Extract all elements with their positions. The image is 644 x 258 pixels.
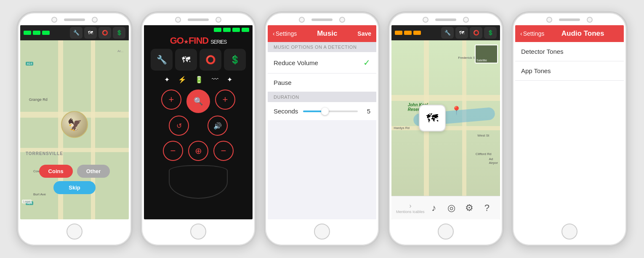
- other-button[interactable]: Other: [77, 165, 110, 178]
- gofind-dot-1: [214, 28, 221, 32]
- gofind-icons: 🔧 🗺 ⭕ 💲: [147, 47, 249, 72]
- phone4-coin-icon: 💲: [484, 27, 497, 39]
- target-icon: ⭕: [98, 27, 111, 39]
- home-button-1[interactable]: [67, 224, 82, 240]
- gofind-status: ✦ ⚡ 🔋 〰 ✦: [161, 72, 236, 87]
- phone-3-bottom: [265, 219, 379, 245]
- phone4-tool-icon: 🔧: [441, 27, 454, 39]
- target-bottom-icon[interactable]: ◎: [443, 200, 460, 216]
- orange-dot-1: [395, 31, 402, 35]
- camera-icon-5: [546, 17, 552, 23]
- phone-1-screen: 🔧 🗺 ⭕ 💲 Grange Rd Cowra St Burt Ave TOR: [20, 25, 129, 219]
- home-button-2[interactable]: [190, 224, 206, 240]
- coin-display: 🦅: [61, 111, 88, 138]
- coins-other-row: Coins Other: [39, 165, 110, 178]
- home-button-4[interactable]: [438, 224, 454, 240]
- sensor-icon-3: [339, 17, 345, 23]
- audio-tones-screen: ‹ Settings Audio Tones Detector Tones Ap…: [515, 25, 624, 219]
- coin-icon: 💲: [113, 27, 125, 39]
- sensor-icon-4: [463, 17, 469, 23]
- detector-minus-btn[interactable]: −: [163, 141, 183, 161]
- wave-icon: 〰: [212, 76, 218, 84]
- phone-5-screen: ‹ Settings Audio Tones Detector Tones Ap…: [515, 25, 624, 219]
- legal-label: Legal: [22, 200, 32, 203]
- help-icon[interactable]: ?: [479, 200, 495, 216]
- detection-icon: 🗺: [426, 111, 438, 125]
- map-pin: 📍: [451, 105, 462, 116]
- phone-4: 🔧 🗺 ⭕ 💲 John KeelReserve Frederick St: [388, 11, 504, 247]
- phone-3-top: [265, 13, 379, 25]
- skip-button[interactable]: Skip: [53, 181, 95, 194]
- gofind-dot-4: [242, 28, 249, 32]
- speaker-4: [435, 18, 456, 21]
- phone4-map-icon: 🗺: [455, 27, 468, 39]
- app-tones-row[interactable]: App Tones: [515, 61, 624, 81]
- sensor-icon-2: [216, 17, 221, 23]
- detection-card: 🗺: [419, 105, 446, 132]
- detector-plus-btn-2[interactable]: +: [215, 90, 235, 110]
- audio-back-label: Settings: [523, 30, 545, 37]
- phone-2-screen: GO★FIND SERIES 🔧 🗺 ⭕ 💲 ✦ ⚡ 🔋 〰 ✦: [144, 25, 253, 219]
- detector-search-btn[interactable]: 🔍: [186, 90, 210, 113]
- clifford-rd-label: Clifford Rd: [476, 152, 492, 156]
- music-icon[interactable]: ♪: [426, 200, 442, 216]
- detector-volume-btn[interactable]: 🔊: [208, 116, 228, 136]
- speaker: [64, 18, 85, 21]
- phone-2-top: [141, 13, 255, 25]
- map-badge-a14: A14: [26, 62, 33, 66]
- duration-slider[interactable]: [303, 111, 358, 112]
- map-label-ar: Ar...: [117, 49, 123, 53]
- slider-thumb[interactable]: [321, 108, 329, 115]
- pause-label: Pause: [274, 79, 370, 86]
- reduce-volume-row[interactable]: Reduce Volume ✓: [268, 52, 376, 74]
- audio-tones-title: Audio Tones: [547, 29, 619, 38]
- gofind-dot-2: [223, 28, 231, 32]
- detector-spacer: [194, 116, 202, 136]
- seconds-label: Seconds: [274, 108, 299, 115]
- home-button-3[interactable]: [314, 224, 330, 240]
- frederick-st-label: Frederick St: [458, 56, 476, 60]
- checkmark-icon: ✓: [363, 58, 370, 68]
- pause-row[interactable]: Pause: [268, 74, 376, 92]
- slider-value: 5: [362, 108, 370, 115]
- map-label-grange: Grange Rd: [29, 97, 48, 102]
- detector-plus-btn[interactable]: +: [161, 90, 181, 110]
- phone-4-screen: 🔧 🗺 ⭕ 💲 John KeelReserve Frederick St: [391, 25, 500, 219]
- status-dot-2: [33, 31, 40, 35]
- phone-4-topbar: 🔧 🗺 ⭕ 💲: [391, 25, 500, 40]
- back-button[interactable]: ‹ Settings: [273, 30, 297, 37]
- phone-2: GO★FIND SERIES 🔧 🗺 ⭕ 💲 ✦ ⚡ 🔋 〰 ✦: [140, 11, 256, 247]
- camera-icon-4: [423, 17, 428, 23]
- phone4-target-icon: ⭕: [470, 27, 482, 39]
- nav-title: Music: [299, 29, 355, 38]
- orange-dot-3: [413, 31, 421, 35]
- coin-image: 🦅: [67, 118, 82, 132]
- phone-4-bottom: [389, 219, 503, 245]
- audio-tones-nav-bar: ‹ Settings Audio Tones: [515, 25, 624, 42]
- detector-body: + 🔍 + ↺ 🔊 − ⊕ −: [160, 87, 236, 219]
- save-button[interactable]: Save: [357, 30, 371, 37]
- hardys-rd-label: Hardys Rd: [394, 126, 410, 130]
- coins-button[interactable]: Coins: [39, 165, 73, 178]
- duration-header: Duration: [268, 92, 376, 102]
- settings-icon[interactable]: ⚙: [461, 200, 478, 216]
- phone4-topbar-icons: 🔧 🗺 ⭕ 💲: [441, 27, 497, 39]
- detector-minus-btn-2[interactable]: −: [213, 141, 234, 161]
- home-button-5[interactable]: [562, 224, 577, 240]
- airport-label: AdAirpor: [489, 157, 498, 165]
- speaker-3: [311, 18, 333, 21]
- detector-top-buttons: + 🔍 +: [161, 90, 235, 113]
- map-area: Grange Rd Cowra St Burt Ave TORRENSVILLE…: [20, 40, 129, 219]
- detector-rotate-btn[interactable]: ↺: [169, 116, 189, 136]
- audio-back-button[interactable]: ‹ Settings: [520, 30, 544, 37]
- status-dot-1: [24, 31, 31, 35]
- sensor-icon-5: [587, 17, 593, 23]
- detector-bottom-buttons: − ⊕ −: [163, 141, 234, 161]
- detector-tones-row[interactable]: Detector Tones: [515, 42, 624, 61]
- main-scene: 🔧 🗺 ⭕ 💲 Grange Rd Cowra St Burt Ave TOR: [8, 3, 636, 255]
- speaker-5: [559, 18, 580, 21]
- battery-icon: 🔋: [195, 76, 203, 84]
- detector-coil: [169, 165, 228, 199]
- detector-crosshair-btn[interactable]: ⊕: [188, 141, 208, 161]
- phone-5-top: [513, 13, 626, 25]
